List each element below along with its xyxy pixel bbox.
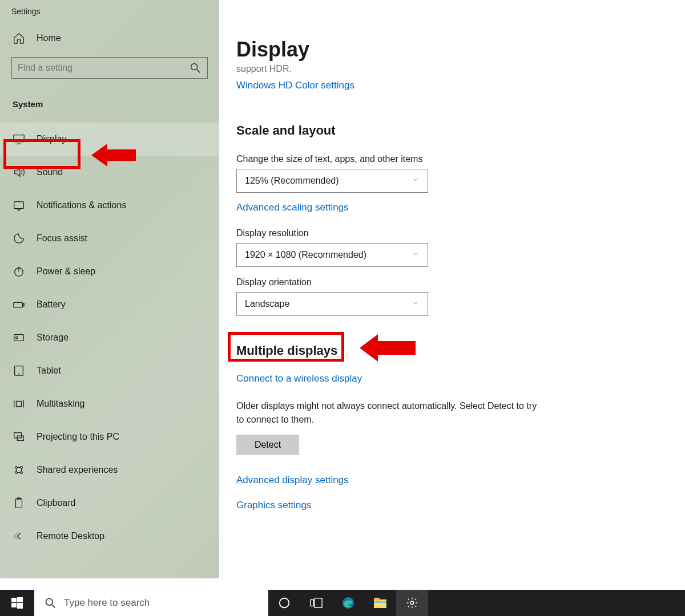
detect-info: Older displays might not always connect … (236, 399, 545, 427)
svg-rect-16 (14, 433, 22, 438)
detect-button[interactable]: Detect (236, 435, 299, 455)
svg-rect-41 (374, 598, 380, 601)
scale-dropdown[interactable]: 125% (Recommended) (236, 169, 428, 193)
sidebar-item-clipboard[interactable]: Clipboard (0, 487, 219, 520)
svg-line-1 (197, 70, 200, 73)
sidebar-item-multitask[interactable]: Multitasking (0, 387, 219, 420)
svg-line-35 (52, 605, 55, 607)
sidebar-item-label: Power & sleep (37, 266, 95, 277)
multiple-displays-heading: Multiple displays (236, 343, 685, 358)
svg-rect-42 (374, 601, 386, 603)
orientation-label: Display orientation (236, 277, 685, 287)
sidebar-item-label: Remote Desktop (37, 531, 104, 541)
battery-icon (13, 298, 25, 311)
section-label: System (0, 79, 219, 109)
search-icon (189, 62, 202, 74)
sidebar-item-label: Storage (37, 333, 68, 343)
sidebar-item-label: Focus assist (37, 233, 87, 244)
resolution-label: Display resolution (236, 228, 685, 238)
sidebar-item-label: Display (37, 134, 66, 144)
shared-icon (13, 464, 25, 476)
file-explorer-icon[interactable] (364, 590, 396, 616)
svg-rect-7 (14, 302, 23, 307)
project-icon (13, 431, 25, 443)
sidebar-item-tablet[interactable]: Tablet (0, 354, 219, 387)
sidebar-item-label: Tablet (37, 366, 61, 376)
svg-point-10 (16, 337, 18, 339)
sidebar-item-shared[interactable]: Shared experiences (0, 453, 219, 487)
scale-label: Change the size of text, apps, and other… (236, 154, 685, 164)
task-view-icon[interactable] (300, 590, 332, 616)
svg-rect-38 (315, 598, 322, 608)
svg-point-36 (280, 598, 289, 608)
start-button[interactable] (0, 590, 34, 616)
sidebar-item-remote[interactable]: Remote Desktop (0, 520, 219, 553)
sidebar-item-label: Projecting to this PC (37, 432, 119, 442)
sidebar-item-focus[interactable]: Focus assist (0, 222, 219, 255)
sidebar-item-label: Battery (37, 299, 66, 310)
sidebar-home[interactable]: Home (0, 16, 219, 44)
svg-rect-40 (374, 599, 386, 608)
graphics-settings-link[interactable]: Graphics settings (236, 500, 685, 511)
advanced-scaling-link[interactable]: Advanced scaling settings (236, 202, 349, 213)
svg-point-18 (15, 467, 18, 469)
chevron-down-icon (412, 299, 420, 309)
sidebar-item-sound[interactable]: Sound (0, 156, 219, 189)
hdr-truncated-text: support HDR. (236, 64, 685, 74)
sidebar-item-label: Multitasking (37, 399, 84, 409)
clipboard-icon (13, 497, 25, 509)
taskbar-search-placeholder: Type here to search (64, 597, 150, 609)
focus-icon (13, 232, 25, 245)
sidebar-item-notifications[interactable]: Notifications & actions (0, 189, 219, 222)
sidebar-item-project[interactable]: Projecting to this PC (0, 420, 219, 453)
sidebar-item-display[interactable]: Display (0, 123, 219, 156)
sidebar-item-label: Notifications & actions (37, 200, 126, 210)
sound-icon (13, 166, 25, 179)
edge-icon[interactable] (332, 590, 364, 616)
svg-rect-4 (14, 202, 24, 209)
svg-rect-30 (11, 598, 17, 602)
svg-rect-33 (17, 603, 23, 609)
svg-rect-15 (16, 401, 21, 406)
tablet-icon (13, 364, 25, 377)
home-icon (13, 32, 25, 44)
window-title: Settings (0, 0, 219, 16)
resolution-value: 1920 × 1080 (Recommended) (245, 250, 366, 260)
scale-value: 125% (Recommended) (245, 176, 339, 186)
settings-icon[interactable] (396, 590, 428, 616)
search-input[interactable] (18, 63, 189, 73)
hdr-color-link[interactable]: Windows HD Color settings (236, 80, 354, 91)
sidebar-item-battery[interactable]: Battery (0, 288, 219, 321)
cortana-icon[interactable] (268, 590, 300, 616)
advanced-display-link[interactable]: Advanced display settings (236, 475, 685, 486)
chevron-down-icon (412, 176, 420, 186)
search-box[interactable] (11, 57, 208, 79)
display-icon (13, 133, 25, 145)
power-icon (13, 265, 25, 278)
notifications-icon (13, 199, 25, 212)
sidebar-item-label: Sound (37, 167, 63, 177)
sidebar-item-label: Clipboard (37, 498, 75, 508)
multitask-icon (13, 398, 25, 410)
sidebar-item-storage[interactable]: Storage (0, 321, 219, 354)
scale-heading: Scale and layout (236, 123, 685, 138)
svg-point-43 (410, 601, 414, 605)
svg-point-19 (21, 467, 23, 469)
orientation-dropdown[interactable]: Landscape (236, 292, 428, 316)
svg-point-34 (46, 599, 53, 606)
orientation-value: Landscape (245, 299, 289, 309)
wireless-display-link[interactable]: Connect to a wireless display (236, 373, 362, 384)
sidebar-item-power[interactable]: Power & sleep (0, 255, 219, 288)
svg-rect-32 (11, 603, 17, 607)
svg-rect-37 (311, 600, 314, 606)
taskbar: Type here to search (0, 590, 685, 616)
taskbar-search[interactable]: Type here to search (34, 590, 268, 616)
storage-icon (13, 331, 25, 344)
svg-point-21 (21, 472, 23, 474)
page-title: Display (236, 0, 685, 62)
svg-rect-31 (17, 597, 23, 602)
remote-icon (13, 530, 25, 542)
svg-rect-2 (14, 135, 24, 142)
chevron-down-icon (412, 250, 420, 260)
resolution-dropdown[interactable]: 1920 × 1080 (Recommended) (236, 243, 428, 267)
